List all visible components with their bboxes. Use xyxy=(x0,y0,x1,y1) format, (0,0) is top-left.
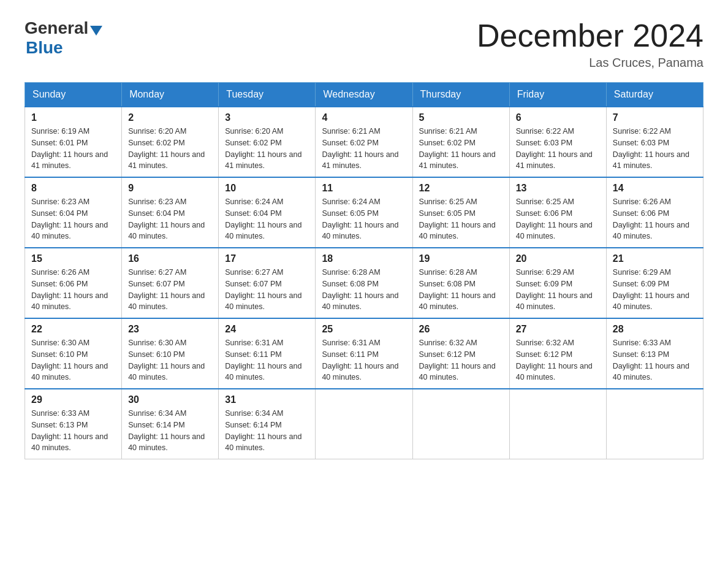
day-number: 24 xyxy=(225,324,309,335)
day-number: 3 xyxy=(225,112,309,123)
table-row: 13 Sunrise: 6:25 AM Sunset: 6:06 PM Dayl… xyxy=(509,177,606,248)
day-number: 13 xyxy=(516,183,600,194)
day-info: Sunrise: 6:32 AM Sunset: 6:12 PM Dayligh… xyxy=(419,337,503,383)
table-row: 23 Sunrise: 6:30 AM Sunset: 6:10 PM Dayl… xyxy=(122,318,219,389)
col-wednesday: Wednesday xyxy=(316,83,412,107)
col-sunday: Sunday xyxy=(25,83,122,107)
calendar-week-row: 29 Sunrise: 6:33 AM Sunset: 6:13 PM Dayl… xyxy=(25,389,703,459)
table-row: 3 Sunrise: 6:20 AM Sunset: 6:02 PM Dayli… xyxy=(219,107,316,177)
day-info: Sunrise: 6:30 AM Sunset: 6:10 PM Dayligh… xyxy=(31,337,115,383)
day-info: Sunrise: 6:27 AM Sunset: 6:07 PM Dayligh… xyxy=(225,267,309,313)
day-number: 8 xyxy=(31,183,115,194)
day-info: Sunrise: 6:19 AM Sunset: 6:01 PM Dayligh… xyxy=(31,126,115,172)
day-info: Sunrise: 6:29 AM Sunset: 6:09 PM Dayligh… xyxy=(516,267,600,313)
day-number: 2 xyxy=(128,112,212,123)
day-info: Sunrise: 6:33 AM Sunset: 6:13 PM Dayligh… xyxy=(613,337,697,383)
day-number: 30 xyxy=(128,394,212,405)
day-info: Sunrise: 6:31 AM Sunset: 6:11 PM Dayligh… xyxy=(225,337,309,383)
day-number: 31 xyxy=(225,394,309,405)
day-info: Sunrise: 6:28 AM Sunset: 6:08 PM Dayligh… xyxy=(322,267,406,313)
table-row: 18 Sunrise: 6:28 AM Sunset: 6:08 PM Dayl… xyxy=(316,248,412,318)
table-row: 7 Sunrise: 6:22 AM Sunset: 6:03 PM Dayli… xyxy=(606,107,703,177)
day-info: Sunrise: 6:26 AM Sunset: 6:06 PM Dayligh… xyxy=(31,267,115,313)
table-row: 24 Sunrise: 6:31 AM Sunset: 6:11 PM Dayl… xyxy=(219,318,316,389)
day-number: 6 xyxy=(516,112,600,123)
calendar-week-row: 1 Sunrise: 6:19 AM Sunset: 6:01 PM Dayli… xyxy=(25,107,703,177)
day-number: 20 xyxy=(516,253,600,264)
table-row: 27 Sunrise: 6:32 AM Sunset: 6:12 PM Dayl… xyxy=(509,318,606,389)
day-number: 22 xyxy=(31,324,115,335)
day-info: Sunrise: 6:24 AM Sunset: 6:05 PM Dayligh… xyxy=(322,196,406,242)
logo: General Blue xyxy=(25,18,102,58)
logo-triangle-icon xyxy=(90,26,102,36)
calendar-week-row: 15 Sunrise: 6:26 AM Sunset: 6:06 PM Dayl… xyxy=(25,248,703,318)
day-info: Sunrise: 6:25 AM Sunset: 6:05 PM Dayligh… xyxy=(419,196,503,242)
day-number: 11 xyxy=(322,183,406,194)
day-info: Sunrise: 6:26 AM Sunset: 6:06 PM Dayligh… xyxy=(613,196,697,242)
day-info: Sunrise: 6:31 AM Sunset: 6:11 PM Dayligh… xyxy=(322,337,406,383)
table-row xyxy=(412,389,509,459)
day-info: Sunrise: 6:23 AM Sunset: 6:04 PM Dayligh… xyxy=(31,196,115,242)
table-row xyxy=(509,389,606,459)
day-info: Sunrise: 6:23 AM Sunset: 6:04 PM Dayligh… xyxy=(128,196,212,242)
calendar-week-row: 8 Sunrise: 6:23 AM Sunset: 6:04 PM Dayli… xyxy=(25,177,703,248)
day-info: Sunrise: 6:29 AM Sunset: 6:09 PM Dayligh… xyxy=(613,267,697,313)
day-number: 14 xyxy=(613,183,697,194)
day-info: Sunrise: 6:20 AM Sunset: 6:02 PM Dayligh… xyxy=(225,126,309,172)
table-row: 31 Sunrise: 6:34 AM Sunset: 6:14 PM Dayl… xyxy=(219,389,316,459)
day-info: Sunrise: 6:25 AM Sunset: 6:06 PM Dayligh… xyxy=(516,196,600,242)
table-row xyxy=(606,389,703,459)
month-title: December 2024 xyxy=(477,18,703,53)
table-row: 11 Sunrise: 6:24 AM Sunset: 6:05 PM Dayl… xyxy=(316,177,412,248)
day-number: 27 xyxy=(516,324,600,335)
day-number: 23 xyxy=(128,324,212,335)
day-info: Sunrise: 6:28 AM Sunset: 6:08 PM Dayligh… xyxy=(419,267,503,313)
day-number: 1 xyxy=(31,112,115,123)
table-row: 25 Sunrise: 6:31 AM Sunset: 6:11 PM Dayl… xyxy=(316,318,412,389)
logo-blue-text: Blue xyxy=(26,38,63,57)
day-number: 19 xyxy=(419,253,503,264)
table-row: 10 Sunrise: 6:24 AM Sunset: 6:04 PM Dayl… xyxy=(219,177,316,248)
day-info: Sunrise: 6:34 AM Sunset: 6:14 PM Dayligh… xyxy=(225,408,309,454)
table-row: 6 Sunrise: 6:22 AM Sunset: 6:03 PM Dayli… xyxy=(509,107,606,177)
day-number: 29 xyxy=(31,394,115,405)
table-row: 20 Sunrise: 6:29 AM Sunset: 6:09 PM Dayl… xyxy=(509,248,606,318)
title-block: December 2024 Las Cruces, Panama xyxy=(477,18,703,70)
table-row xyxy=(316,389,412,459)
table-row: 9 Sunrise: 6:23 AM Sunset: 6:04 PM Dayli… xyxy=(122,177,219,248)
day-info: Sunrise: 6:24 AM Sunset: 6:04 PM Dayligh… xyxy=(225,196,309,242)
day-number: 18 xyxy=(322,253,406,264)
page-header: General Blue December 2024 Las Cruces, P… xyxy=(25,18,703,70)
calendar-table: Sunday Monday Tuesday Wednesday Thursday… xyxy=(25,82,703,459)
col-saturday: Saturday xyxy=(606,83,703,107)
table-row: 12 Sunrise: 6:25 AM Sunset: 6:05 PM Dayl… xyxy=(412,177,509,248)
day-number: 15 xyxy=(31,253,115,264)
col-thursday: Thursday xyxy=(412,83,509,107)
day-info: Sunrise: 6:27 AM Sunset: 6:07 PM Dayligh… xyxy=(128,267,212,313)
table-row: 22 Sunrise: 6:30 AM Sunset: 6:10 PM Dayl… xyxy=(25,318,122,389)
table-row: 21 Sunrise: 6:29 AM Sunset: 6:09 PM Dayl… xyxy=(606,248,703,318)
day-info: Sunrise: 6:21 AM Sunset: 6:02 PM Dayligh… xyxy=(419,126,503,172)
day-number: 17 xyxy=(225,253,309,264)
day-info: Sunrise: 6:22 AM Sunset: 6:03 PM Dayligh… xyxy=(613,126,697,172)
table-row: 17 Sunrise: 6:27 AM Sunset: 6:07 PM Dayl… xyxy=(219,248,316,318)
day-number: 21 xyxy=(613,253,697,264)
table-row: 30 Sunrise: 6:34 AM Sunset: 6:14 PM Dayl… xyxy=(122,389,219,459)
col-friday: Friday xyxy=(509,83,606,107)
table-row: 19 Sunrise: 6:28 AM Sunset: 6:08 PM Dayl… xyxy=(412,248,509,318)
table-row: 1 Sunrise: 6:19 AM Sunset: 6:01 PM Dayli… xyxy=(25,107,122,177)
col-tuesday: Tuesday xyxy=(219,83,316,107)
day-number: 26 xyxy=(419,324,503,335)
table-row: 16 Sunrise: 6:27 AM Sunset: 6:07 PM Dayl… xyxy=(122,248,219,318)
table-row: 5 Sunrise: 6:21 AM Sunset: 6:02 PM Dayli… xyxy=(412,107,509,177)
day-info: Sunrise: 6:22 AM Sunset: 6:03 PM Dayligh… xyxy=(516,126,600,172)
table-row: 28 Sunrise: 6:33 AM Sunset: 6:13 PM Dayl… xyxy=(606,318,703,389)
day-number: 9 xyxy=(128,183,212,194)
logo-general-text: General xyxy=(25,18,88,38)
table-row: 4 Sunrise: 6:21 AM Sunset: 6:02 PM Dayli… xyxy=(316,107,412,177)
day-number: 4 xyxy=(322,112,406,123)
table-row: 2 Sunrise: 6:20 AM Sunset: 6:02 PM Dayli… xyxy=(122,107,219,177)
day-number: 10 xyxy=(225,183,309,194)
day-info: Sunrise: 6:30 AM Sunset: 6:10 PM Dayligh… xyxy=(128,337,212,383)
day-info: Sunrise: 6:21 AM Sunset: 6:02 PM Dayligh… xyxy=(322,126,406,172)
